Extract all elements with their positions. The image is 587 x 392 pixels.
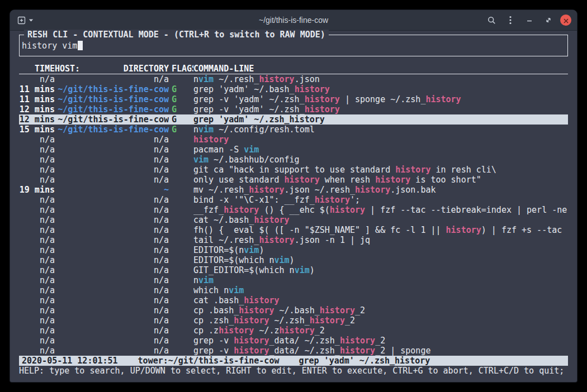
terminal-window: ~/git/this-is-fine-cow (10, 10, 577, 382)
history-row[interactable]: n/an/agrep -v history_data/ ~/.zsh_histo… (19, 336, 568, 346)
history-row[interactable]: n/an/apacman -S vim (19, 145, 568, 155)
search-button[interactable] (484, 13, 499, 27)
history-row[interactable]: n/an/avim ~/.bashhub/config (19, 155, 568, 165)
history-row[interactable]: n/an/acp .zsh_history ~/.zsh_history_2 (19, 315, 568, 326)
history-row[interactable]: n/an/atail ~/.resh_history.json -n 1 | j… (19, 235, 568, 245)
search-input[interactable]: history vim (22, 41, 565, 51)
terminal-content: RESH CLI - CONTEXTUAL MODE - (CTRL+R to … (10, 35, 577, 376)
history-row[interactable]: 15 mins~/git/this-is-fine-cowGnvim ~/.co… (19, 125, 568, 135)
help-text: HELP: type to search, UP/DOWN to select,… (19, 366, 568, 376)
status-command: grep 'yadm' ~/.zsh_history (299, 356, 430, 366)
history-row[interactable]: 12 mins~/git/this-is-fine-cowGgrep -v 'y… (19, 104, 568, 114)
header-flags: FLAGS (169, 64, 193, 74)
history-row[interactable]: n/an/aGIT_EDITOR=$(which nvim) (19, 265, 568, 275)
menu-button[interactable] (503, 13, 518, 27)
history-list: n/an/anvim ~/.resh_history.json11 mins~/… (19, 74, 568, 356)
search-query-text: history vim (22, 41, 77, 51)
history-row[interactable]: n/an/acp .zhistory ~/.zhistory_2 (19, 326, 568, 336)
header-host-directory: HOST: DIRECTORY (55, 64, 169, 74)
titlebar[interactable]: ~/git/this-is-fine-cow (10, 10, 577, 31)
history-row[interactable]: n/an/aEDITOR=$(nvim) (19, 245, 568, 255)
history-row[interactable]: n/an/awhich nvim (19, 285, 568, 295)
status-host-path: tower:~/git/this-is-fine-cow (138, 356, 280, 366)
minimize-button[interactable] (522, 13, 537, 27)
resh-mode-title: RESH CLI - CONTEXTUAL MODE - (CTRL+R to … (24, 30, 329, 40)
history-row[interactable]: n/an/acp .bash_history ~/.bash_history_2 (19, 305, 568, 315)
table-header: TIME HOST: DIRECTORY FLAGS COMMAND-LINE (19, 64, 568, 74)
restore-icon (545, 16, 552, 24)
history-row[interactable]: n/an/anvim (19, 275, 568, 285)
history-row[interactable]: 19 mins~mv ~/.resh_history.json ~/.resh_… (19, 185, 568, 195)
header-command: COMMAND-LINE (193, 64, 568, 74)
new-tab-icon (17, 16, 26, 25)
history-row[interactable]: n/an/afh() { eval $( ([ -n "$ZSH_NAME" ]… (19, 225, 568, 235)
search-icon (487, 16, 496, 25)
new-tab-button[interactable] (16, 13, 35, 27)
history-row-selected[interactable]: 12 mins~/git/this-is-fine-cowGgrep 'yadm… (19, 114, 568, 125)
history-row[interactable]: n/an/agrep -v history_data/ ~/.zsh_histo… (19, 346, 568, 356)
history-row[interactable]: n/an/abind -x '"\C-x1": __fzf_history'; (19, 195, 568, 205)
header-time: TIME (19, 64, 55, 74)
close-button[interactable] (560, 15, 571, 26)
history-row[interactable]: n/an/aonly use standard history when res… (19, 175, 568, 185)
text-cursor (78, 41, 83, 50)
history-row[interactable]: 11 mins~/git/this-is-fine-cowGgrep 'yadm… (19, 84, 568, 94)
kebab-menu-icon (509, 16, 512, 25)
resh-search-box: RESH CLI - CONTEXTUAL MODE - (CTRL+R to … (19, 35, 568, 56)
header-host: HOST: (55, 64, 80, 74)
history-row[interactable]: n/an/aEDITOR=$(which nvim) (19, 255, 568, 265)
status-timestamp: 2020-05-11 12:01:51 (22, 356, 118, 366)
close-icon (564, 15, 569, 26)
history-row[interactable]: n/an/acat ~/.bash_history (19, 215, 568, 225)
history-row[interactable]: n/an/acat .bash_history (19, 295, 568, 305)
restore-button[interactable] (541, 13, 556, 27)
history-row[interactable]: n/an/a__fzf_history () { __ehc $(history… (19, 205, 568, 215)
chevron-down-icon (29, 18, 34, 22)
minimize-icon (526, 16, 533, 24)
history-row[interactable]: n/an/ahistory (19, 135, 568, 145)
history-row[interactable]: 11 mins~/git/this-is-fine-cowGgrep -v 'y… (19, 94, 568, 104)
status-bar: 2020-05-11 12:01:51 tower:~/git/this-is-… (19, 356, 568, 366)
header-directory: DIRECTORY (124, 64, 169, 74)
history-row[interactable]: n/an/anvim ~/.resh_history.json (19, 74, 568, 84)
history-row[interactable]: n/an/agit ca "hack in support to use sta… (19, 165, 568, 175)
